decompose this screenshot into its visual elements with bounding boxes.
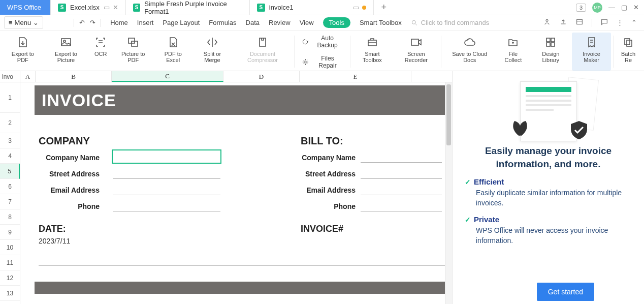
menu-data[interactable]: Data <box>246 19 260 26</box>
user-avatar[interactable]: MP <box>592 3 602 13</box>
more-icon[interactable]: ⋮ <box>617 19 623 26</box>
company-email-input[interactable] <box>113 185 220 195</box>
doc-tab-2[interactable]: S Simple Fresh Purple Invoice Format1 <box>126 0 250 15</box>
title-right: 3 MP — ▢ ✕ <box>571 0 644 15</box>
svg-rect-11 <box>411 39 418 45</box>
row-13[interactable]: 13 <box>0 286 20 301</box>
minimize-icon[interactable]: — <box>608 4 615 11</box>
menu-view[interactable]: View <box>300 19 314 26</box>
upload-icon[interactable] <box>559 18 567 27</box>
bill-to-heading: BILL TO: <box>301 135 343 147</box>
benefit-private-text: WPS Office will never access your invoic… <box>476 226 632 246</box>
tab-menu-icon[interactable]: ▭ <box>104 4 110 11</box>
design-library-button[interactable]: Design Library <box>531 33 571 71</box>
col-E[interactable]: E <box>300 71 411 82</box>
get-started-button[interactable]: Get started <box>537 283 594 301</box>
document-compressor-button: Document Compressor <box>233 33 293 71</box>
tab-menu-icon[interactable]: ▭ <box>353 4 359 11</box>
split-merge-icon <box>205 36 219 49</box>
menu-home[interactable]: Home <box>110 19 128 26</box>
company-phone-input[interactable] <box>113 201 220 211</box>
row-1[interactable]: 1 <box>0 82 20 113</box>
svg-rect-3 <box>577 19 583 24</box>
invoice-maker-button[interactable]: Invoice Maker <box>572 33 611 71</box>
close-icon[interactable]: ✕ <box>633 4 639 11</box>
collapse-ribbon-icon[interactable]: ⌃ <box>631 19 637 26</box>
doc-tab-1[interactable]: S Excel.xlsx ▭✕ <box>51 0 126 15</box>
brand-tab[interactable]: WPS Office <box>0 0 51 15</box>
row-10[interactable]: 10 <box>0 240 20 255</box>
compressor-icon <box>255 36 270 49</box>
spreadsheet-icon: S <box>133 4 140 12</box>
row-11[interactable]: 11 <box>0 255 20 270</box>
command-search[interactable]: Click to find commands <box>411 19 489 26</box>
col-B[interactable]: B <box>36 71 112 82</box>
chat-icon[interactable] <box>600 18 608 27</box>
menu-insert[interactable]: Insert <box>137 19 154 26</box>
benefit-private-heading: ✓Private <box>465 215 632 224</box>
cell-grid[interactable]: INVOICE COMPANY BILL TO: Company Name St… <box>20 82 445 304</box>
row-2[interactable]: 2 <box>0 113 20 133</box>
vertical-scrollbar[interactable] <box>445 82 452 304</box>
layout-icon[interactable] <box>575 18 584 27</box>
pdf-to-excel-button[interactable]: PDF to Excel <box>154 33 191 71</box>
files-repair-button[interactable]: Files Repair <box>302 55 342 69</box>
picture-to-pdf-button[interactable]: Picture to PDF <box>113 33 153 71</box>
leaf-icon <box>509 117 530 137</box>
new-tab-button[interactable]: + <box>374 0 394 15</box>
file-collect-icon <box>506 36 520 49</box>
menu-tools[interactable]: Tools <box>323 17 350 28</box>
menu-page-layout[interactable]: Page Layout <box>163 19 200 26</box>
row-5[interactable]: 5 <box>0 164 20 179</box>
name-box[interactable]: invo <box>0 71 20 82</box>
menu-formulas[interactable]: Formulas <box>209 19 236 26</box>
billto-email-input[interactable] <box>361 185 442 195</box>
menu-review[interactable]: Review <box>269 19 291 26</box>
file-collect-button[interactable]: File Collect <box>497 33 530 71</box>
undo-icon[interactable]: ↶ <box>79 19 85 26</box>
export-to-pdf-button[interactable]: Export to PDF <box>3 33 43 71</box>
share-icon[interactable] <box>543 18 551 27</box>
company-street-input[interactable] <box>113 169 220 179</box>
batch-button[interactable]: Batch Re <box>616 33 641 71</box>
doc-tab-3[interactable]: S invoice1 ▭ <box>250 0 374 15</box>
row-3[interactable]: 3 <box>0 133 20 148</box>
save-to-cloud-button[interactable]: Save to Cloud Docs <box>443 33 496 71</box>
menu-button[interactable]: ≡ Menu ⌄ <box>4 16 43 29</box>
billto-street-input[interactable] <box>361 169 442 179</box>
split-or-merge-button[interactable]: Split or Merge <box>192 33 232 71</box>
row-7[interactable]: 7 <box>0 194 20 209</box>
row-headers: 1 2 3 4 5 6 7 8 9 10 11 12 13 14 <box>0 82 20 304</box>
row-14[interactable]: 14 <box>0 301 20 304</box>
tab-close-icon[interactable]: ✕ <box>113 4 118 11</box>
spreadsheet-icon: S <box>257 4 265 12</box>
benefit-efficient-heading: ✓Efficient <box>465 177 632 186</box>
maximize-icon[interactable]: ▢ <box>621 4 627 11</box>
export-pdf-icon <box>16 36 30 49</box>
col-C[interactable]: C <box>112 71 223 82</box>
redo-icon[interactable]: ↷ <box>90 19 95 26</box>
col-D[interactable]: D <box>223 71 300 82</box>
selected-cell[interactable] <box>112 149 221 164</box>
billto-company-name-input[interactable] <box>361 153 442 163</box>
billto-phone-input[interactable] <box>361 201 442 211</box>
auto-backup-button[interactable]: Auto Backup <box>302 35 342 49</box>
window-count-badge[interactable]: 3 <box>576 4 586 12</box>
row-4[interactable]: 4 <box>0 148 20 164</box>
ocr-button[interactable]: OCR <box>89 33 112 71</box>
row-12[interactable]: 12 <box>0 270 20 286</box>
col-A[interactable]: A <box>20 71 36 82</box>
check-icon: ✓ <box>465 216 471 224</box>
row-6[interactable]: 6 <box>0 179 20 194</box>
work-area: invo A B C D E 1 2 3 4 5 6 7 8 9 10 11 <box>0 71 644 304</box>
row-8[interactable]: 8 <box>0 209 20 225</box>
screen-recorder-button[interactable]: Screen Recorder <box>393 33 439 71</box>
menu-smart-toolbox[interactable]: Smart Toolbox <box>360 19 402 26</box>
company-heading: COMPANY <box>39 135 90 147</box>
menu-tabs: Home Insert Page Layout Formulas Data Re… <box>110 17 402 28</box>
svg-rect-13 <box>551 38 555 42</box>
scrollbar-thumb[interactable] <box>446 84 451 145</box>
smart-toolbox-button[interactable]: Smart Toolbox <box>352 33 393 71</box>
export-to-picture-button[interactable]: Export to Picture <box>44 33 89 71</box>
row-9[interactable]: 9 <box>0 225 20 240</box>
